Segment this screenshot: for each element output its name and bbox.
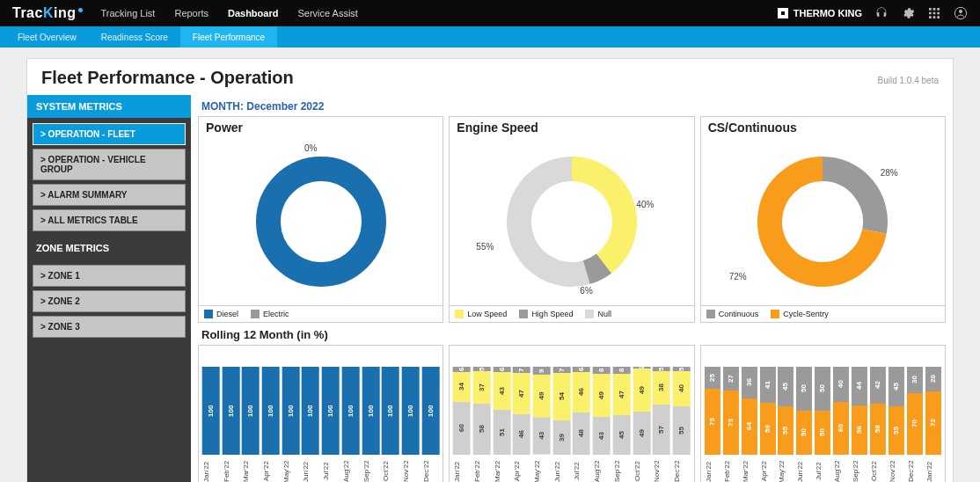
bar-segment: 58 bbox=[473, 404, 491, 455]
bar-column: 100 bbox=[402, 367, 420, 455]
x-axis-label: Sep'22 bbox=[362, 456, 380, 482]
x-axis-label: Jun'22 bbox=[796, 456, 812, 482]
bar-segment: 100 bbox=[302, 367, 319, 455]
topnav-item[interactable]: Tracking List bbox=[100, 8, 155, 18]
sidebar-header-system: SYSTEM METRICS bbox=[27, 95, 191, 118]
bar-segment: 43 bbox=[533, 417, 551, 455]
x-axis-label: Jul'22 bbox=[322, 456, 340, 482]
topbar: TracKing Tracking ListReportsDashboardSe… bbox=[0, 0, 980, 26]
bar-segment: 57 bbox=[653, 405, 670, 455]
sidebar-item[interactable]: > ALL METRICS TABLE bbox=[33, 209, 186, 231]
bar-column: 100 bbox=[342, 367, 360, 455]
chart-title: CS/Continuous bbox=[701, 117, 945, 138]
chart-value-label: 0% bbox=[304, 143, 317, 153]
legend-item: Diesel bbox=[204, 310, 238, 318]
bar-segment: 38 bbox=[653, 371, 670, 405]
gear-icon[interactable] bbox=[901, 6, 915, 20]
legend-swatch-icon bbox=[204, 310, 213, 318]
sidebar-item[interactable]: > OPERATION - VEHICLE GROUP bbox=[33, 149, 186, 180]
x-axis-label: Feb'22 bbox=[223, 456, 240, 482]
logo[interactable]: TracKing bbox=[12, 5, 83, 21]
x-axis-label: Feb'22 bbox=[723, 456, 739, 482]
bar-segment: 100 bbox=[342, 367, 360, 455]
topnav-item[interactable]: Service Assist bbox=[297, 8, 357, 18]
x-axis-label: Jan'22 bbox=[453, 456, 471, 482]
x-axis-label: Dec'22 bbox=[907, 456, 923, 482]
bar-segment: 43 bbox=[494, 372, 511, 410]
bar-segment: 7 bbox=[513, 367, 530, 373]
bar-segment: 6 bbox=[573, 367, 590, 372]
rolling-section: Rolling 12 Month (in %) 1001001001001001… bbox=[198, 323, 946, 482]
sidebar-item[interactable]: > ALARM SUMMARY bbox=[33, 184, 186, 206]
logo-dot-icon bbox=[78, 8, 83, 12]
x-axis-label: Dec'22 bbox=[673, 456, 691, 482]
chart-card: Engine Speed 40%6%55% Low SpeedHigh Spee… bbox=[449, 116, 694, 323]
x-axis-label: Apr'22 bbox=[760, 456, 776, 482]
bar-column: 46477 bbox=[513, 367, 530, 455]
bar-segment: 30 bbox=[907, 367, 923, 393]
bar-segment: 8 bbox=[593, 367, 611, 374]
bar-segment: 43 bbox=[593, 417, 611, 455]
topbar-right: THERMO KING bbox=[778, 6, 968, 20]
x-axis-label: Apr'22 bbox=[262, 456, 280, 482]
bar-segment: 25 bbox=[705, 367, 720, 389]
svg-point-1 bbox=[959, 10, 962, 13]
bar-segment: 100 bbox=[262, 367, 280, 455]
bar-column: 5842 bbox=[870, 367, 886, 455]
headset-icon[interactable] bbox=[874, 6, 889, 20]
sidebar-item[interactable]: > ZONE 1 bbox=[33, 265, 186, 287]
x-axis-label: Aug'22 bbox=[342, 456, 360, 482]
sidebar-item[interactable]: > OPERATION - FLEET bbox=[33, 123, 186, 145]
rolling-row: 100100100100100100100100100100100100Jan'… bbox=[198, 345, 946, 482]
bar-segment: 8 bbox=[613, 367, 631, 374]
bar-segment: 100 bbox=[202, 367, 220, 455]
bar-column: 100 bbox=[223, 367, 240, 455]
subtab-item[interactable]: Readiness Score bbox=[89, 26, 180, 47]
bar-segment: 59 bbox=[760, 403, 776, 455]
chart-title: Engine Speed bbox=[450, 117, 693, 138]
chart-legend: Low SpeedHigh SpeedNull bbox=[450, 305, 693, 322]
bar-column: 100 bbox=[322, 367, 340, 455]
bar-segment: 49 bbox=[593, 374, 611, 417]
x-axis-label: Feb'22 bbox=[473, 456, 491, 482]
subtab-item[interactable]: Fleet Overview bbox=[5, 26, 89, 47]
bar-column: 39547 bbox=[553, 367, 571, 455]
sidebar-item[interactable]: > ZONE 3 bbox=[33, 316, 186, 338]
bar-column: 5941 bbox=[760, 367, 776, 455]
bar-segment: 27 bbox=[723, 367, 739, 391]
sidebar-item[interactable]: > ZONE 2 bbox=[33, 290, 186, 312]
chart-value-label: 55% bbox=[476, 242, 494, 252]
bar-column: 48466 bbox=[573, 367, 590, 455]
bar-segment: 48 bbox=[573, 413, 590, 455]
legend-item: Continuous bbox=[706, 310, 759, 318]
bar-segment: 75 bbox=[705, 389, 720, 455]
subtab-item[interactable]: Fleet Performance bbox=[180, 26, 277, 47]
bar-column: 43498 bbox=[593, 367, 611, 455]
user-profile-icon[interactable] bbox=[954, 6, 968, 20]
logo-part: Trac bbox=[12, 5, 43, 21]
bar-segment: 37 bbox=[473, 371, 491, 404]
topnav-item[interactable]: Dashboard bbox=[228, 8, 278, 18]
legend-item: Low Speed bbox=[455, 310, 507, 318]
bar-segment: 55 bbox=[889, 406, 904, 455]
legend-swatch-icon bbox=[706, 310, 715, 318]
rolling-bar-panel: 7525732764365941554550505050604056445842… bbox=[700, 345, 946, 482]
bar-segment: 45 bbox=[613, 415, 631, 455]
bar-column: 51436 bbox=[494, 367, 511, 455]
bar-column: 5545 bbox=[889, 367, 904, 455]
bar-segment: 6 bbox=[494, 367, 511, 372]
grid-apps-icon[interactable] bbox=[927, 6, 941, 20]
bar-segment: 49 bbox=[533, 375, 551, 418]
bar-segment: 100 bbox=[422, 367, 440, 455]
topnav-item[interactable]: Reports bbox=[174, 8, 208, 18]
bar-segment: 50 bbox=[796, 367, 812, 411]
bar-segment: 50 bbox=[815, 367, 830, 411]
top-nav: Tracking ListReportsDashboardService Ass… bbox=[100, 8, 357, 18]
x-axis-label: Jan'22 bbox=[925, 456, 941, 482]
x-axis-label: Jun'22 bbox=[553, 456, 571, 482]
chart-value-label: 6% bbox=[580, 286, 592, 296]
bar-segment: 100 bbox=[382, 367, 399, 455]
x-axis-label: Nov'22 bbox=[653, 456, 670, 482]
x-axis-label: Jul'22 bbox=[573, 456, 590, 482]
bar-segment: 39 bbox=[553, 420, 571, 455]
